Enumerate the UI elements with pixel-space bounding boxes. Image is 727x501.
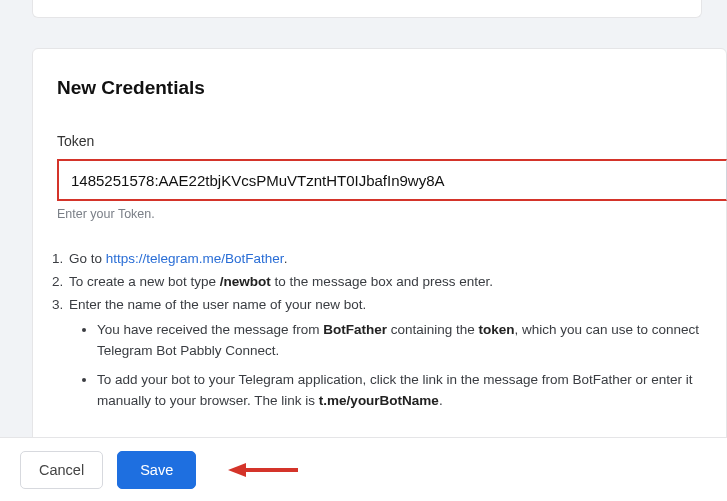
card-title: New Credentials xyxy=(57,77,726,99)
step-1: Go to https://telegram.me/BotFather. xyxy=(67,249,726,270)
token-helper: Enter your Token. xyxy=(57,207,726,221)
svg-marker-1 xyxy=(228,463,246,477)
step-3: Enter the name of the user name of your … xyxy=(67,295,726,412)
token-input[interactable] xyxy=(57,159,727,201)
footer-bar: Cancel Save xyxy=(0,437,727,501)
newbot-command: /newbot xyxy=(220,274,271,289)
botfather-link[interactable]: https://telegram.me/BotFather xyxy=(106,251,284,266)
new-credentials-card: New Credentials Token Enter your Token. … xyxy=(32,48,727,456)
step-2: To create a new bot type /newbot to the … xyxy=(67,272,726,293)
cancel-button[interactable]: Cancel xyxy=(20,451,103,489)
instructions-block: Go to https://telegram.me/BotFather. To … xyxy=(57,249,726,411)
token-label: Token xyxy=(57,133,726,149)
bullet-1: You have received the message from BotFa… xyxy=(97,320,726,362)
save-button[interactable]: Save xyxy=(117,451,196,489)
previous-card-edge xyxy=(32,0,702,18)
bullet-2: To add your bot to your Telegram applica… xyxy=(97,370,726,412)
annotation-arrow xyxy=(228,460,298,480)
